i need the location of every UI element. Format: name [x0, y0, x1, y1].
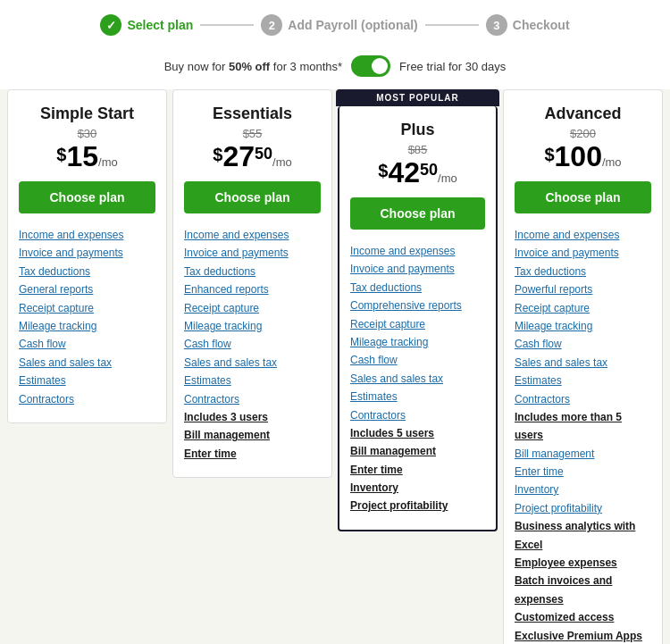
- step-3-label: Checkout: [513, 18, 570, 32]
- plans-wrapper: Simple Start$30$15/moChoose planIncome a…: [0, 89, 670, 644]
- plan-cents: 50: [255, 146, 272, 162]
- feature-item[interactable]: Cash flow: [184, 335, 321, 353]
- choose-plan-button-plus[interactable]: Choose plan: [350, 197, 485, 230]
- plan-card-simple-start: Simple Start$30$15/moChoose planIncome a…: [7, 89, 167, 423]
- feature-item[interactable]: Estimates: [184, 372, 321, 389]
- plans-grid: Simple Start$30$15/moChoose planIncome a…: [7, 89, 663, 644]
- feature-item[interactable]: Project profitability: [350, 497, 485, 514]
- feature-item[interactable]: Invoice and payments: [350, 260, 485, 278]
- feature-item[interactable]: Estimates: [350, 388, 485, 406]
- plan-dollar: $: [56, 146, 66, 163]
- plan-original-price: $85: [350, 143, 485, 156]
- feature-item[interactable]: Income and expenses: [515, 226, 651, 244]
- plan-amount: 100: [555, 140, 602, 172]
- feature-item[interactable]: Sales and sales tax: [350, 370, 485, 388]
- choose-plan-button-advanced[interactable]: Choose plan: [515, 181, 651, 213]
- plan-dollar: $: [213, 146, 222, 163]
- feature-item[interactable]: Cash flow: [350, 351, 485, 369]
- feature-item[interactable]: Invoice and payments: [515, 244, 651, 262]
- feature-item[interactable]: Receipt capture: [19, 299, 155, 317]
- plan-name: Essentials: [184, 105, 321, 123]
- feature-item[interactable]: General reports: [19, 280, 155, 298]
- feature-item[interactable]: Inventory: [350, 479, 485, 497]
- feature-item[interactable]: Invoice and payments: [184, 244, 321, 262]
- step-3-circle: 3: [486, 14, 507, 36]
- feature-item[interactable]: Includes 3 users: [184, 408, 321, 426]
- trial-toggle[interactable]: [351, 55, 390, 77]
- feature-item[interactable]: Batch invoices and expenses: [515, 572, 651, 608]
- feature-item[interactable]: Sales and sales tax: [19, 354, 155, 372]
- feature-item[interactable]: Includes more than 5 users: [515, 408, 651, 445]
- feature-item[interactable]: Powerful reports: [515, 280, 651, 298]
- feature-item[interactable]: Bill management: [350, 442, 485, 460]
- feature-item[interactable]: Receipt capture: [515, 299, 651, 317]
- plan-original-price: $55: [184, 127, 321, 140]
- plan-dollar: $: [378, 162, 388, 180]
- feature-item[interactable]: Income and expenses: [19, 226, 155, 244]
- choose-plan-button-essentials[interactable]: Choose plan: [184, 181, 321, 213]
- feature-item[interactable]: Cash flow: [515, 335, 651, 353]
- feature-item[interactable]: Contractors: [515, 390, 651, 408]
- feature-item[interactable]: Contractors: [184, 390, 321, 408]
- feature-item[interactable]: Sales and sales tax: [184, 354, 321, 372]
- feature-item[interactable]: Tax deductions: [19, 263, 155, 280]
- step-2-circle: 2: [261, 14, 282, 36]
- feature-item[interactable]: Enter time: [515, 463, 651, 481]
- feature-item[interactable]: Receipt capture: [184, 299, 321, 317]
- feature-item[interactable]: Income and expenses: [184, 226, 321, 244]
- feature-item[interactable]: Bill management: [184, 426, 321, 444]
- plan-price: $4250/mo: [350, 158, 485, 187]
- feature-item[interactable]: Mileage tracking: [19, 317, 155, 335]
- feature-list-plus: Income and expensesInvoice and paymentsT…: [350, 242, 485, 515]
- plan-name: Advanced: [515, 105, 651, 123]
- stepper: ✓ Select plan 2 Add Payroll (optional) 3…: [0, 0, 670, 46]
- plan-per: /mo: [602, 155, 622, 169]
- feature-item[interactable]: Employee expenses: [515, 554, 651, 572]
- feature-item[interactable]: Estimates: [19, 372, 155, 389]
- feature-item[interactable]: Business analytics with Excel: [515, 517, 651, 554]
- feature-list-essentials: Income and expensesInvoice and paymentsT…: [184, 226, 321, 463]
- feature-item[interactable]: Exclusive Premium Apps: [515, 627, 651, 644]
- popular-badge: MOST POPULAR: [336, 89, 499, 106]
- plan-dollar: $: [544, 146, 554, 163]
- feature-item[interactable]: Project profitability: [515, 499, 651, 517]
- feature-item[interactable]: Receipt capture: [350, 315, 485, 333]
- plan-name: Simple Start: [19, 105, 155, 123]
- plan-amount: 42: [388, 156, 420, 188]
- feature-item[interactable]: Enter time: [350, 461, 485, 479]
- feature-item[interactable]: Contractors: [19, 390, 155, 408]
- feature-item[interactable]: Comprehensive reports: [350, 297, 485, 314]
- feature-item[interactable]: Cash flow: [19, 335, 155, 353]
- feature-item[interactable]: Mileage tracking: [515, 317, 651, 335]
- feature-item[interactable]: Mileage tracking: [350, 333, 485, 351]
- feature-item[interactable]: Invoice and payments: [19, 244, 155, 262]
- free-trial-label: Free trial for 30 days: [399, 60, 506, 73]
- feature-item[interactable]: Enhanced reports: [184, 280, 321, 298]
- plan-card-plus: MOST POPULARPlus$85$4250/moChoose planIn…: [338, 89, 498, 531]
- feature-list-simple-start: Income and expensesInvoice and paymentsT…: [19, 226, 155, 408]
- step-2-label: Add Payroll (optional): [288, 18, 417, 32]
- feature-item[interactable]: Includes 5 users: [350, 424, 485, 442]
- feature-item[interactable]: Mileage tracking: [184, 317, 321, 335]
- feature-item[interactable]: Inventory: [515, 481, 651, 498]
- plan-per: /mo: [438, 171, 457, 185]
- choose-plan-button-simple-start[interactable]: Choose plan: [19, 181, 155, 213]
- feature-item[interactable]: Customized access: [515, 608, 651, 626]
- plan-cents: 50: [420, 162, 438, 178]
- feature-item[interactable]: Sales and sales tax: [515, 354, 651, 372]
- feature-item[interactable]: Tax deductions: [184, 263, 321, 280]
- feature-item[interactable]: Tax deductions: [350, 279, 485, 297]
- plan-card-inner: Plus$85$4250/moChoose planIncome and exp…: [338, 106, 498, 531]
- step-line-2: [425, 24, 479, 26]
- plan-price: $15/mo: [19, 142, 155, 171]
- plan-name: Plus: [350, 121, 485, 139]
- feature-item[interactable]: Income and expenses: [350, 242, 485, 260]
- feature-item[interactable]: Estimates: [515, 372, 651, 389]
- plan-amount: 15: [66, 140, 98, 172]
- feature-item[interactable]: Bill management: [515, 445, 651, 463]
- feature-item[interactable]: Tax deductions: [515, 263, 651, 280]
- feature-item[interactable]: Contractors: [350, 406, 485, 424]
- step-1-label: Select plan: [127, 18, 193, 32]
- plan-price: $2750/mo: [184, 142, 321, 171]
- feature-item[interactable]: Enter time: [184, 445, 321, 463]
